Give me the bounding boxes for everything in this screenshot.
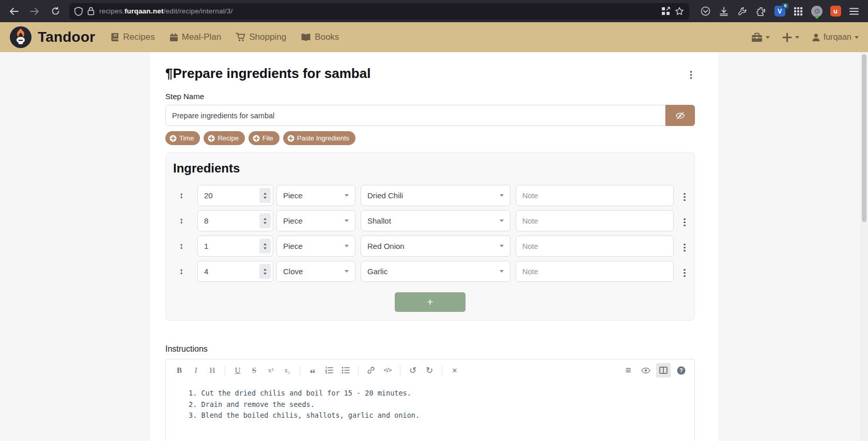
ordered-list-icon[interactable] bbox=[322, 363, 336, 377]
chevron-down-icon bbox=[345, 270, 349, 273]
toolbar-separator bbox=[225, 366, 225, 375]
subscript-icon[interactable]: x₂ bbox=[280, 363, 295, 377]
add-ingredient-button[interactable]: + bbox=[395, 292, 466, 312]
unit-select[interactable]: Clove bbox=[276, 261, 355, 282]
extensions-grid-icon[interactable] bbox=[791, 4, 806, 19]
menu-hamburger-icon[interactable] bbox=[846, 4, 862, 19]
side-by-side-icon[interactable] bbox=[656, 363, 671, 377]
italic-icon[interactable]: I bbox=[189, 363, 203, 377]
superscript-icon[interactable]: x² bbox=[264, 363, 278, 377]
clear-formatting-icon[interactable]: ✕ bbox=[447, 363, 462, 377]
help-icon[interactable]: ? bbox=[674, 363, 688, 377]
toolbar-separator bbox=[300, 366, 300, 375]
instructions-editor: B I H U S x² x₂ “ bbox=[165, 359, 695, 441]
redo-icon[interactable]: ↻ bbox=[422, 363, 437, 377]
bookmark-star-icon[interactable] bbox=[675, 7, 684, 16]
nav-item-meal-plan[interactable]: Meal-Plan bbox=[169, 32, 222, 42]
step-name-input[interactable] bbox=[165, 105, 665, 126]
unit-select[interactable]: Piece bbox=[276, 210, 355, 231]
ingredient-row: ↕ Piece Dried Chili bbox=[166, 185, 694, 206]
tracking-shield-icon[interactable] bbox=[74, 7, 83, 16]
amount-stepper[interactable] bbox=[259, 264, 271, 279]
food-select[interactable]: Garlic bbox=[361, 261, 510, 282]
ingredient-options-kebab-icon[interactable] bbox=[680, 242, 689, 254]
unit-select[interactable]: Piece bbox=[276, 185, 355, 206]
toolbox-icon bbox=[751, 33, 763, 42]
note-input[interactable] bbox=[516, 235, 674, 257]
nav-item-books[interactable]: Books bbox=[301, 32, 339, 42]
instruction-line: 3. Blend the boiled chilis, shallots, ga… bbox=[189, 410, 688, 421]
code-icon[interactable]: </> bbox=[380, 363, 395, 377]
add-file-button[interactable]: File bbox=[249, 131, 280, 145]
tools-wrench-icon[interactable] bbox=[735, 4, 750, 19]
strikethrough-icon[interactable]: S bbox=[247, 363, 261, 377]
nav-item-recipes[interactable]: Recipes bbox=[111, 32, 154, 42]
drag-handle-icon[interactable]: ↕ bbox=[176, 191, 187, 201]
forward-icon[interactable] bbox=[27, 4, 42, 19]
step-options-kebab-icon[interactable] bbox=[687, 69, 695, 81]
amount-stepper[interactable] bbox=[259, 239, 271, 254]
nav-item-shopping[interactable]: Shopping bbox=[236, 32, 286, 42]
paste-ingredients-button[interactable]: Paste Ingredients bbox=[283, 131, 355, 145]
note-input[interactable] bbox=[516, 185, 674, 206]
preview-eye-icon[interactable] bbox=[639, 363, 653, 377]
note-input[interactable] bbox=[516, 261, 674, 282]
chevron-down-icon bbox=[500, 270, 504, 273]
url-text[interactable]: recipes.furqaan.net/edit/recipe/internal… bbox=[99, 7, 233, 15]
drag-handle-icon[interactable]: ↕ bbox=[176, 216, 187, 226]
utilities-menu-button[interactable] bbox=[751, 33, 770, 42]
back-icon[interactable] bbox=[6, 4, 22, 19]
food-select[interactable]: Dried Chili bbox=[361, 185, 510, 206]
drag-handle-icon[interactable]: ↕ bbox=[176, 266, 187, 277]
browser-extensions-area: V6 u bbox=[698, 4, 862, 19]
plus-circle-icon bbox=[208, 135, 215, 142]
ingredient-options-kebab-icon[interactable] bbox=[680, 267, 689, 279]
url-bar[interactable]: recipes.furqaan.net/edit/recipe/internal… bbox=[69, 3, 689, 20]
lock-icon[interactable] bbox=[87, 7, 95, 15]
add-time-button[interactable]: Time bbox=[165, 131, 200, 145]
eye-slash-icon bbox=[675, 112, 685, 120]
note-input[interactable] bbox=[516, 210, 674, 231]
hide-step-name-button[interactable] bbox=[665, 105, 695, 126]
unit-select[interactable]: Piece bbox=[276, 235, 355, 257]
create-menu-button[interactable] bbox=[782, 33, 799, 42]
page-scrollbar-thumb[interactable] bbox=[862, 54, 866, 222]
username: furqaan bbox=[824, 33, 851, 42]
nav-menu: Recipes Meal-Plan Shopping Books bbox=[111, 32, 339, 42]
food-select[interactable]: Red Onion bbox=[361, 235, 510, 257]
instructions-textarea[interactable]: 1. Cut the dried chilis and boil for 15 … bbox=[166, 381, 694, 441]
heading-icon[interactable]: H bbox=[205, 363, 220, 377]
reload-icon[interactable] bbox=[48, 4, 63, 19]
plus-circle-icon bbox=[253, 135, 260, 142]
user-menu-button[interactable]: furqaan bbox=[812, 33, 859, 42]
cart-icon bbox=[236, 33, 245, 42]
chevron-down-icon bbox=[795, 36, 799, 39]
brand-home-link[interactable]: Tandoor bbox=[9, 26, 95, 49]
page-scrollbar-track[interactable] bbox=[860, 52, 868, 441]
user-icon bbox=[812, 33, 820, 42]
underline-icon[interactable]: U bbox=[230, 363, 245, 377]
chevron-down-icon bbox=[500, 194, 504, 197]
profile-icon[interactable] bbox=[809, 4, 825, 19]
downloads-icon[interactable] bbox=[716, 4, 732, 19]
container-squares-icon[interactable] bbox=[661, 7, 670, 15]
ingredient-options-kebab-icon[interactable] bbox=[680, 216, 689, 229]
chevron-down-icon bbox=[500, 245, 504, 247]
amount-stepper[interactable] bbox=[259, 213, 271, 228]
amount-stepper[interactable] bbox=[259, 188, 271, 203]
vimium-extension-icon[interactable]: V6 bbox=[772, 4, 787, 19]
fullscreen-lines-icon[interactable]: ≡ bbox=[621, 363, 636, 377]
ublock-extension-icon[interactable]: u bbox=[828, 4, 843, 19]
bold-icon[interactable]: B bbox=[172, 363, 187, 377]
unordered-list-icon[interactable] bbox=[338, 363, 353, 377]
link-icon[interactable] bbox=[364, 363, 378, 377]
ingredient-options-kebab-icon[interactable] bbox=[680, 191, 689, 203]
extension-puzzle-icon[interactable] bbox=[753, 4, 769, 19]
quote-icon[interactable]: “ bbox=[305, 363, 320, 377]
add-recipe-button[interactable]: Recipe bbox=[204, 131, 244, 145]
nav-right-menu: furqaan bbox=[751, 33, 859, 42]
pocket-icon[interactable] bbox=[698, 4, 713, 19]
undo-icon[interactable]: ↺ bbox=[406, 363, 420, 377]
food-select[interactable]: Shallot bbox=[361, 210, 510, 231]
drag-handle-icon[interactable]: ↕ bbox=[176, 241, 187, 251]
